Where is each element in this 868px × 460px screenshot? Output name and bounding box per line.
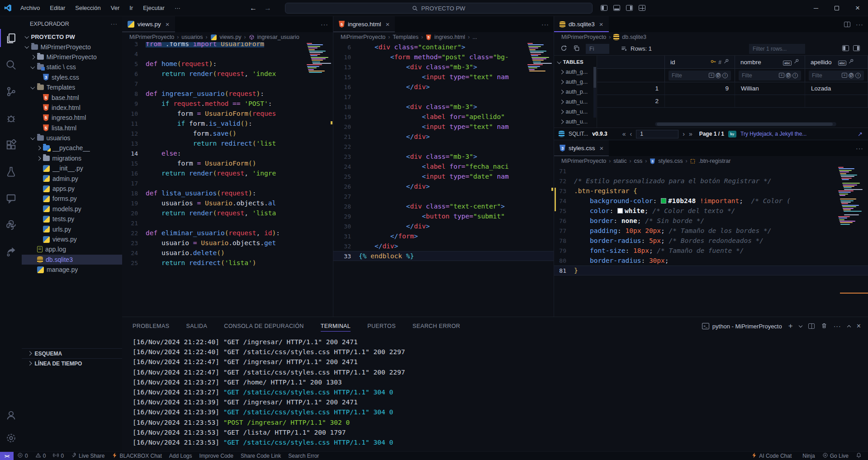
tree-item-miprimerproyecto[interactable]: MiPrimerProyecto [22,52,122,62]
data-cell[interactable] [735,95,805,107]
first-page-icon[interactable]: « [622,130,626,138]
status-add-logs[interactable]: Add Logs [166,452,196,460]
abc-icon[interactable]: abc [838,59,847,66]
section-esquema[interactable]: ESQUEMA [22,348,122,358]
close-icon[interactable]: × [600,144,604,152]
status-0[interactable]: 0 [14,452,32,460]
toggle-panel-icon[interactable] [613,5,620,11]
column-filter-input[interactable]: Filte≡Ø! [739,71,801,81]
table-row[interactable]: 19WillianLozada [597,82,868,95]
filter-clear-icon[interactable]: Ø [849,73,854,78]
status-search-error[interactable]: Search Error [285,452,323,460]
status-live-share[interactable]: Live Share [67,452,108,460]
terminal-dropdown-icon[interactable] [798,323,802,327]
panel-tab-terminal[interactable]: TERMINAL [321,317,351,335]
column-filter-input[interactable]: Filte≡Ø! [809,71,864,81]
table-item-auth-g[interactable]: auth_g... [554,77,597,87]
more-actions-icon[interactable]: ··· [856,145,863,152]
activity-share-icon[interactable] [0,240,22,263]
tree-item-tests-py[interactable]: tests.py [22,214,122,224]
tree-item-forms-py[interactable]: forms.py [22,194,122,204]
split-terminal-icon[interactable] [808,323,815,329]
toggle-sidebar-icon[interactable] [601,5,607,11]
minimize-button[interactable]: ─ [806,0,826,16]
menu-ejecutar[interactable]: Ejecutar [138,5,170,11]
close-panel-icon[interactable]: × [857,322,861,330]
tab-styles-css[interactable]: 3styles.css× [554,140,609,156]
activity-account-icon[interactable] [0,403,22,427]
breadcrumb-item[interactable]: .btn-registrar [698,158,730,164]
filter-info-icon[interactable]: ! [792,73,798,78]
tree-item-lista-html[interactable]: 5lista.html [22,123,122,133]
data-cell[interactable]: Lozada [805,82,868,95]
table-item-auth-u[interactable]: auth_u... [554,97,597,107]
pin-icon[interactable] [723,58,729,66]
pin-icon[interactable] [848,58,854,66]
data-cell[interactable]: 9 [665,82,735,95]
breadcrumb-item[interactable]: MiPrimerProyecto [129,34,174,40]
column-header-nombre[interactable]: nombreabc [735,56,805,68]
menu-archivo[interactable]: Archivo [15,5,45,11]
panel-view-right-icon[interactable] [853,45,860,51]
status-blackbox-chat[interactable]: BLACKBOX Chat [108,452,165,460]
close-icon[interactable]: × [386,20,390,28]
tree-item-migrations[interactable]: migrations [22,153,122,163]
filter-menu-icon[interactable]: ≡ [779,73,784,78]
filter-menu-icon[interactable]: ≡ [709,73,714,78]
breadcrumb-item[interactable]: Templates [393,34,418,40]
tree-item-base-html[interactable]: 5base.html [22,92,122,102]
panel-tab-problemas[interactable]: PROBLEMAS [133,317,169,335]
status-bell[interactable] [852,452,865,460]
terminal-output[interactable]: [16/Nov/2024 21:22:40] "GET /ingresar/ H… [122,335,868,447]
more-actions-icon[interactable]: ··· [856,21,863,28]
history-back-icon[interactable]: ← [250,4,257,12]
tree-root-proyecto-pw[interactable]: PROYECTO PW [22,32,122,42]
activity-settings-icon[interactable] [0,426,22,450]
breadcrumb[interactable]: MiPrimerProyecto›db.sqlite3 [554,32,868,42]
column-header-apellido[interactable]: apellidoabc [805,56,868,68]
history-forward-icon[interactable]: → [264,4,271,12]
tree-item-pycache[interactable]: __pycache__ [22,143,122,153]
maximize-panel-icon[interactable] [847,325,850,328]
breadcrumb-item[interactable]: css [634,158,643,164]
next-page-icon[interactable]: › [683,130,685,138]
menu-editar[interactable]: Editar [45,5,70,11]
tree-item-miprimerproyecto[interactable]: MiPrimerProyecto [22,42,122,52]
activity-source-control-icon[interactable] [0,80,22,103]
status-go-live[interactable]: Go Live [819,452,852,460]
customize-layout-icon[interactable] [639,5,645,11]
activity-extensions-icon[interactable] [0,133,22,156]
breadcrumb-item[interactable]: ... [472,34,477,40]
breadcrumb-item[interactable]: views.py [220,34,242,40]
pin-icon[interactable] [793,58,799,66]
tree-item-manage-py[interactable]: manage.py [22,265,122,275]
panel-view-left-icon[interactable] [842,45,849,51]
filter-info-icon[interactable]: ! [855,73,861,78]
activity-search-icon[interactable] [0,53,22,76]
tree-item-db-sqlite3[interactable]: db.sqlite3 [22,255,122,265]
panel-tab-salida[interactable]: SALIDA [186,317,207,335]
refresh-icon[interactable] [560,45,567,53]
copy-icon[interactable] [573,45,580,53]
status-improve-code[interactable]: Improve Code [196,452,237,460]
breadcrumb-item[interactable]: MiPrimerProyecto [561,158,606,164]
activity-python-icon[interactable] [0,213,22,237]
table-filter-input[interactable]: Filter 1 rows... [749,44,805,54]
tree-item-views-py[interactable]: views.py [22,234,122,244]
table-item-auth-g[interactable]: auth_g... [554,67,597,77]
close-icon[interactable]: × [166,20,170,28]
filter-menu-icon[interactable]: ≡ [842,73,847,78]
activity-debug-icon[interactable] [0,106,22,130]
breadcrumb[interactable]: MiPrimerProyecto›Templates›5ingreso.html… [333,32,554,42]
panel-tab-consola-de-depuraci-n[interactable]: CONSOLA DE DEPURACIÓN [224,317,304,335]
table-item-auth-u[interactable]: auth_u... [554,117,597,127]
command-center-search[interactable]: PROYECTO PW [285,3,593,14]
prev-page-icon[interactable]: ‹ [630,130,632,138]
abc-icon[interactable]: abc [783,59,792,66]
column-header-id[interactable]: id# [665,56,735,68]
status-ai-code-chat[interactable]: AI Code Chat [748,452,795,460]
breadcrumb-item[interactable]: ingreso.html [434,34,465,40]
tree-item-index-html[interactable]: 5index.html [22,103,122,113]
tree-item-app-log[interactable]: app.log [22,244,122,254]
restore-button[interactable] [826,0,847,16]
